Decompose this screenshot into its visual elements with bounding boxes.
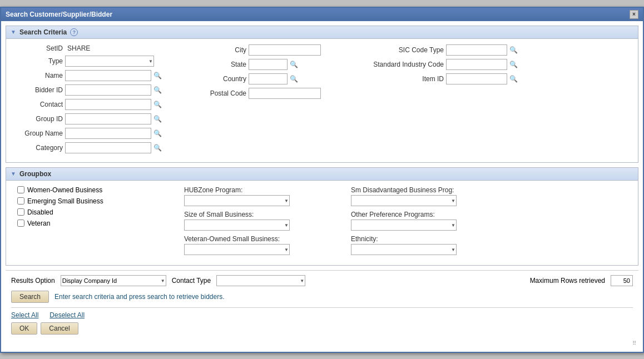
veteran-owned-select-wrapper [184, 244, 290, 255]
max-rows-label: Maximum Rows retrieved [530, 277, 605, 285]
women-owned-label: Women-Owned Business [27, 186, 102, 194]
emerging-small-checkbox[interactable] [17, 197, 24, 205]
contact-input[interactable] [65, 99, 151, 110]
disabled-checkbox[interactable] [17, 208, 24, 216]
right-dropdown-col: Sm Disadvantaged Business Prog: Other Pr… [351, 186, 507, 260]
other-preference-select[interactable] [351, 220, 457, 231]
bidder-id-row: Bidder ID 🔍 [13, 84, 196, 96]
veteran-owned-select[interactable] [184, 244, 290, 255]
veteran-checkbox[interactable] [17, 220, 24, 227]
middle-col: City State 🔍 Country [202, 44, 358, 157]
postal-code-input[interactable] [249, 88, 321, 99]
ok-button[interactable]: OK [11, 322, 37, 335]
sm-disadvantaged-select[interactable] [351, 195, 457, 206]
corner-dots: ⠿ [6, 339, 638, 347]
group-name-search-icon[interactable]: 🔍 [152, 128, 162, 138]
name-search-icon[interactable]: 🔍 [152, 71, 162, 81]
max-rows-input[interactable]: 50 [611, 275, 633, 286]
select-all-link[interactable]: Select All [11, 311, 38, 319]
group-name-row: Group Name 🔍 [13, 128, 196, 139]
item-id-row: Item ID 🔍 [363, 73, 541, 84]
bidder-id-search-icon[interactable]: 🔍 [152, 85, 162, 95]
close-button[interactable]: × [630, 10, 638, 19]
sic-code-type-label: SIC Code Type [363, 46, 444, 54]
category-input[interactable] [65, 142, 151, 153]
name-label: Name [13, 72, 63, 79]
help-icon[interactable]: ? [70, 28, 78, 36]
contact-type-select-wrapper [216, 275, 305, 286]
group-id-input[interactable] [65, 113, 151, 124]
category-search-icon[interactable]: 🔍 [152, 143, 162, 153]
emerging-small-label: Emerging Small Business [27, 197, 103, 205]
standard-industry-label: Standard Industry Code [363, 61, 444, 68]
hubzone-select-wrapper [184, 195, 290, 206]
ethnicity-select[interactable] [351, 244, 457, 255]
ethnicity-group: Ethnicity: [351, 235, 507, 255]
search-criteria-label: Search Criteria [19, 28, 67, 36]
left-col: SetID SHARE Type [13, 44, 202, 157]
postal-code-label: Postal Code [207, 89, 246, 97]
state-search-icon[interactable]: 🔍 [289, 59, 299, 69]
size-small-label: Size of Small Business: [184, 211, 340, 218]
name-row: Name 🔍 [13, 70, 196, 81]
type-select[interactable] [65, 56, 154, 67]
item-id-label: Item ID [363, 75, 444, 83]
results-option-select[interactable]: Display Company Id Display Name [61, 275, 166, 286]
search-button[interactable]: Search [11, 291, 49, 303]
standard-industry-input[interactable] [446, 59, 507, 70]
standard-industry-search-icon[interactable]: 🔍 [508, 59, 518, 69]
other-preference-select-wrapper [351, 220, 457, 231]
veteran-row: Veteran [17, 220, 173, 227]
sic-code-type-input[interactable] [446, 44, 507, 56]
select-links-row: Select All Deselect All [11, 311, 633, 319]
contact-row: Contact 🔍 [13, 99, 196, 110]
size-small-select[interactable] [184, 220, 290, 231]
bidder-id-input[interactable] [65, 84, 151, 96]
search-criteria-body: SetID SHARE Type [6, 39, 638, 162]
city-input[interactable] [249, 44, 321, 56]
item-id-search-icon[interactable]: 🔍 [508, 74, 518, 84]
country-search-icon[interactable]: 🔍 [289, 74, 299, 84]
size-small-select-wrapper [184, 220, 290, 231]
category-label: Category [13, 144, 63, 152]
country-input[interactable] [249, 73, 288, 84]
middle-dropdown-col: HUBZone Program: Size of Small Business: [184, 186, 340, 260]
hubzone-select[interactable] [184, 195, 290, 206]
hint-text: Enter search criteria and press search t… [55, 293, 224, 301]
right-col: SIC Code Type 🔍 Standard Industry Code 🔍 [358, 44, 547, 157]
state-input[interactable] [249, 59, 288, 70]
contact-label: Contact [13, 101, 63, 108]
sm-disadvantaged-group: Sm Disadvantaged Business Prog: [351, 186, 507, 206]
state-label: State [207, 61, 246, 68]
veteran-label: Veteran [27, 220, 50, 227]
group-id-search-icon[interactable]: 🔍 [152, 114, 162, 124]
name-input[interactable] [65, 70, 151, 81]
groupbox-collapse-icon[interactable]: ▼ [11, 171, 16, 177]
sm-disadvantaged-label: Sm Disadvantaged Business Prog: [351, 186, 507, 194]
three-col-grid: SetID SHARE Type [13, 44, 631, 157]
ethnicity-select-wrapper [351, 244, 457, 255]
deselect-all-link[interactable]: Deselect All [49, 311, 85, 319]
sic-code-type-search-icon[interactable]: 🔍 [508, 45, 518, 55]
type-select-wrapper [65, 56, 154, 67]
city-row: City [207, 44, 352, 56]
contact-type-select[interactable] [216, 275, 305, 286]
veteran-owned-group: Veteran-Owned Small Business: [184, 235, 340, 255]
veteran-owned-label: Veteran-Owned Small Business: [184, 235, 340, 243]
group-name-input[interactable] [65, 128, 151, 139]
results-row: Results Option Display Company Id Displa… [11, 275, 633, 286]
setid-row: SetID SHARE [13, 44, 196, 52]
standard-industry-row: Standard Industry Code 🔍 [363, 59, 541, 70]
cancel-button[interactable]: Cancel [41, 322, 78, 335]
ok-cancel-row: OK Cancel [11, 322, 633, 335]
country-row: Country 🔍 [207, 73, 352, 84]
collapse-icon[interactable]: ▼ [11, 29, 16, 35]
group-id-label: Group ID [13, 115, 63, 123]
city-label: City [207, 46, 246, 54]
women-owned-checkbox[interactable] [17, 186, 24, 193]
type-label: Type [13, 57, 63, 65]
other-preference-group: Other Preference Programs: [351, 211, 507, 231]
item-id-input[interactable] [446, 73, 507, 84]
title-bar: Search Customer/Supplier/Bidder × [1, 8, 643, 21]
contact-search-icon[interactable]: 🔍 [152, 99, 162, 109]
